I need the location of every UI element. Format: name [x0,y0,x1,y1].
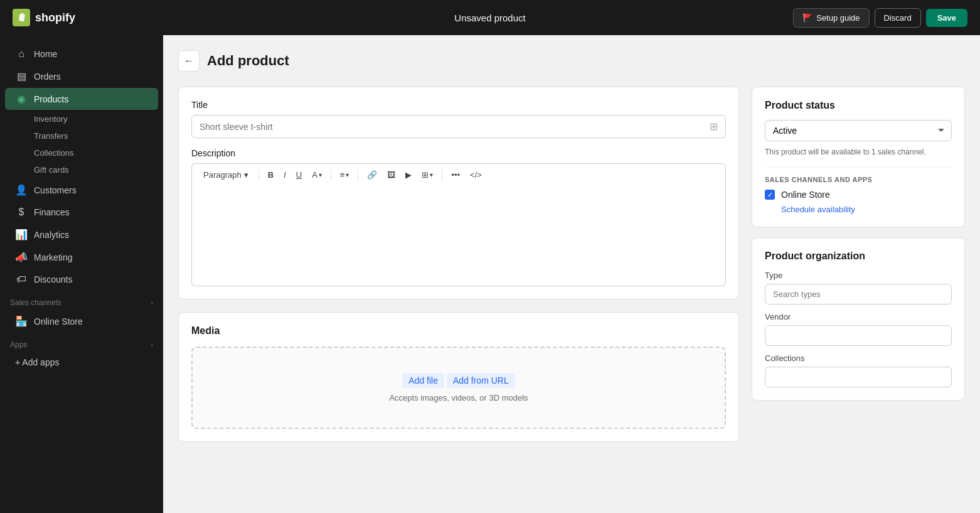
save-button[interactable]: Save [926,9,967,27]
analytics-icon: 📊 [15,229,28,240]
type-input[interactable] [765,284,952,305]
toolbar-sep-1 [258,170,259,181]
vendor-label: Vendor [765,312,952,321]
media-title: Media [191,325,726,337]
text-color-button[interactable]: A ▾ [308,168,326,182]
sidebar-label-home: Home [34,49,57,59]
more-button[interactable]: ••• [447,168,464,182]
sidebar-item-finances[interactable]: $ Finances [5,202,158,223]
sidebar-item-online-store[interactable]: 🏪 Online Store [5,310,158,332]
sidebar-item-collections[interactable]: Collections [5,144,158,161]
sidebar-label-finances: Finances [34,207,70,217]
channel-name: Online Store [781,190,830,200]
apps-section: Apps › [0,333,163,352]
title-label: Title [191,100,726,110]
setup-guide-button[interactable]: 🚩 Setup guide [793,8,869,28]
image-button[interactable]: 🖼 [383,168,399,182]
online-store-icon: 🏪 [15,315,28,327]
products-icon: ◉ [15,93,28,105]
topbar: shopify Unsaved product 🚩 Setup guide Di… [0,0,980,35]
toolbar-sep-4 [442,170,442,181]
product-organization-title: Product organization [765,251,952,262]
status-description: This product will be available to 1 sale… [765,146,952,158]
dropdown-chevron-icon: ▾ [244,170,248,180]
expand-icon: ⊞ [710,121,718,132]
description-editor-body[interactable] [191,186,726,286]
underline-button[interactable]: U [292,168,306,182]
sidebar-label-analytics: Analytics [34,230,69,240]
title-input[interactable] [200,122,710,132]
channel-row-online-store: ✓ Online Store [765,190,952,200]
product-status-card: Product status Active Draft This product… [752,87,965,227]
sidebar-label-add-apps: + Add apps [15,357,59,367]
table-button[interactable]: ⊞ ▾ [418,168,437,182]
media-dropzone[interactable]: Add file Add from URL Accepts images, vi… [191,347,726,429]
status-select[interactable]: Active Draft [765,120,952,141]
page-title: Add product [207,53,289,69]
bold-button[interactable]: B [264,168,277,182]
align-chevron-icon: ▾ [346,171,349,178]
page-header: ← Add product [178,50,965,72]
sidebar-item-home[interactable]: ⌂ Home [5,43,158,65]
product-organization-card: Product organization Type Vendor Collect… [752,237,965,401]
finances-icon: $ [15,207,28,218]
add-from-url-link[interactable]: Add from URL [447,373,515,388]
media-links: Add file Add from URL [205,373,712,388]
marketing-icon: 📣 [15,251,28,263]
apps-chevron-icon: › [151,341,153,348]
orders-icon: ▤ [15,70,28,82]
home-icon: ⌂ [15,48,28,60]
sidebar-item-transfers[interactable]: Transfers [5,127,158,144]
sidebar-label-products: Products [34,94,68,104]
discard-button[interactable]: Discard [875,8,921,28]
sidebar-label-marketing: Marketing [34,252,72,262]
collections-input[interactable] [765,367,952,387]
description-label: Description [191,148,726,158]
sidebar-item-marketing[interactable]: 📣 Marketing [5,246,158,268]
paragraph-dropdown[interactable]: Paragraph ▾ [198,168,253,182]
logo: shopify [13,9,75,26]
editor-toolbar: Paragraph ▾ B I U A ▾ ≡ [191,163,726,186]
sidebar-item-inventory[interactable]: Inventory [5,111,158,127]
schedule-availability-link[interactable]: Schedule availability [781,205,952,214]
title-input-wrapper: ⊞ [191,115,726,138]
customers-icon: 👤 [15,184,28,196]
online-store-checkbox[interactable]: ✓ [765,190,775,200]
media-accepts-text: Accepts images, videos, or 3D models [205,393,712,402]
chevron-right-icon: › [151,299,153,306]
sidebar-label-customers: Customers [34,185,77,195]
sales-channels-section: Sales channels › [0,291,163,310]
sidebar-item-gift-cards[interactable]: Gift cards [5,161,158,178]
sidebar-item-products[interactable]: ◉ Products [5,88,158,110]
sidebar-label-discounts: Discounts [34,274,72,284]
text-color-chevron-icon: ▾ [319,171,322,178]
product-details-card: Title ⊞ Description Paragraph ▾ B I [178,87,739,300]
shopify-logo-icon [13,9,30,26]
back-button[interactable]: ← [178,50,200,72]
sidebar-item-add-apps[interactable]: + Add apps [5,352,158,372]
left-column: Title ⊞ Description Paragraph ▾ B I [178,87,739,455]
divider-1 [765,166,952,167]
code-button[interactable]: </> [466,168,486,182]
sidebar-item-analytics[interactable]: 📊 Analytics [5,224,158,246]
toolbar-sep-2 [331,170,331,181]
video-button[interactable]: ▶ [402,168,415,182]
link-button[interactable]: 🔗 [363,168,381,182]
flag-icon: 🚩 [802,13,812,23]
page-unsaved-title: Unsaved product [454,13,525,23]
sidebar: ⌂ Home ▤ Orders ◉ Products Inventory Tra… [0,35,163,513]
align-button[interactable]: ≡ ▾ [336,168,353,182]
right-column: Product status Active Draft This product… [752,87,965,411]
sidebar-item-orders[interactable]: ▤ Orders [5,65,158,87]
content-grid: Title ⊞ Description Paragraph ▾ B I [178,87,965,455]
add-file-link[interactable]: Add file [402,373,444,388]
main-content: ← Add product Title ⊞ Description Paragr… [163,35,980,513]
product-status-title: Product status [765,100,952,111]
logo-text: shopify [35,11,75,24]
sidebar-item-discounts[interactable]: 🏷 Discounts [5,269,158,290]
sales-channels-label: SALES CHANNELS AND APPS [765,176,952,183]
italic-button[interactable]: I [280,168,290,182]
sidebar-item-customers[interactable]: 👤 Customers [5,179,158,201]
sidebar-label-orders: Orders [34,72,61,82]
vendor-input[interactable] [765,325,952,346]
